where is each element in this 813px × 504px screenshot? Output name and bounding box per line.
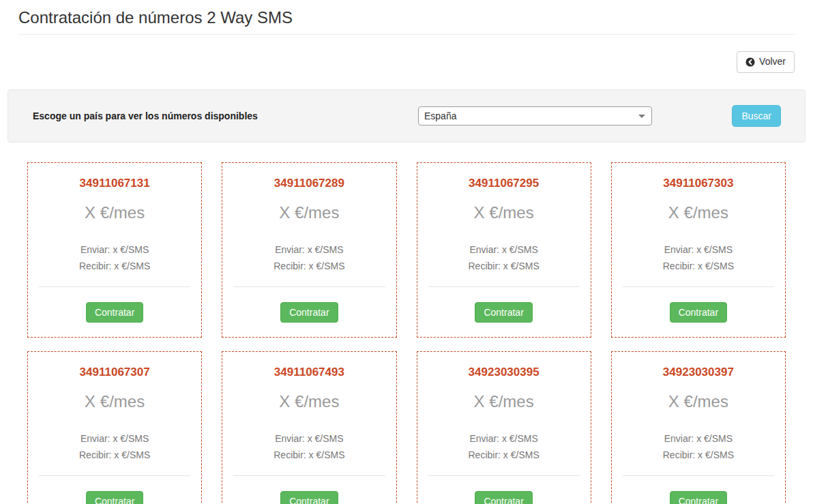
phone-number: 34911067131 <box>39 177 190 190</box>
monthly-price: X €/mes <box>233 392 385 411</box>
rates: Enviar: x €/SMS Recibir: x €/SMS <box>39 241 190 274</box>
monthly-price: X €/mes <box>428 203 580 222</box>
rates: Enviar: x €/SMS Recibir: x €/SMS <box>623 241 774 274</box>
monthly-price: X €/mes <box>39 392 190 411</box>
send-rate: Enviar: x €/SMS <box>428 241 580 258</box>
receive-rate: Recibir: x €/SMS <box>623 447 774 463</box>
rates: Enviar: x €/SMS Recibir: x €/SMS <box>39 430 190 463</box>
rates: Enviar: x €/SMS Recibir: x €/SMS <box>428 430 580 463</box>
page: Contratación de números 2 Way SMS Volver… <box>0 0 813 504</box>
receive-rate: Recibir: x €/SMS <box>39 447 190 463</box>
phone-number: 34911067303 <box>623 177 774 190</box>
rates: Enviar: x €/SMS Recibir: x €/SMS <box>428 241 580 274</box>
contract-button[interactable]: Contratar <box>670 302 727 323</box>
contract-button[interactable]: Contratar <box>86 491 143 504</box>
phone-number: 34911067493 <box>233 366 385 379</box>
number-card: 34911067493 X €/mes Enviar: x €/SMS Reci… <box>222 351 396 504</box>
number-card: 34911067303 X €/mes Enviar: x €/SMS Reci… <box>611 162 786 338</box>
divider <box>39 475 190 476</box>
divider <box>233 475 385 476</box>
divider <box>623 475 774 476</box>
rates: Enviar: x €/SMS Recibir: x €/SMS <box>233 430 385 463</box>
monthly-price: X €/mes <box>233 203 385 222</box>
divider <box>233 286 385 287</box>
contract-button[interactable]: Contratar <box>280 491 338 504</box>
contract-button[interactable]: Contratar <box>280 302 338 323</box>
contract-button[interactable]: Contratar <box>475 491 532 504</box>
send-rate: Enviar: x €/SMS <box>428 430 580 447</box>
phone-number: 34923030395 <box>428 366 580 379</box>
phone-number: 34911067289 <box>233 177 385 190</box>
circle-arrow-left-icon <box>745 57 755 67</box>
number-card: 34911067295 X €/mes Enviar: x €/SMS Reci… <box>417 162 591 338</box>
monthly-price: X €/mes <box>428 392 580 411</box>
monthly-price: X €/mes <box>39 203 190 222</box>
send-rate: Enviar: x €/SMS <box>39 430 190 447</box>
number-card: 34923030397 X €/mes Enviar: x €/SMS Reci… <box>611 351 786 504</box>
country-search-panel: Escoge un país para ver los números disp… <box>8 89 805 143</box>
country-select-label: Escoge un país para ver los números disp… <box>33 110 418 121</box>
receive-rate: Recibir: x €/SMS <box>428 258 580 274</box>
send-rate: Enviar: x €/SMS <box>39 241 190 258</box>
send-rate: Enviar: x €/SMS <box>233 430 385 447</box>
receive-rate: Recibir: x €/SMS <box>233 258 385 274</box>
numbers-grid: 34911067131 X €/mes Enviar: x €/SMS Reci… <box>8 162 805 504</box>
send-rate: Enviar: x €/SMS <box>623 241 774 258</box>
contract-button[interactable]: Contratar <box>670 491 727 504</box>
send-rate: Enviar: x €/SMS <box>623 430 774 447</box>
phone-number: 34911067307 <box>39 366 190 379</box>
monthly-price: X €/mes <box>623 392 774 411</box>
toolbar: Volver <box>18 51 795 73</box>
contract-button[interactable]: Contratar <box>475 302 532 323</box>
phone-number: 34923030397 <box>623 366 774 379</box>
number-card: 34911067307 X €/mes Enviar: x €/SMS Reci… <box>27 351 202 504</box>
number-card: 34923030395 X €/mes Enviar: x €/SMS Reci… <box>417 351 591 504</box>
receive-rate: Recibir: x €/SMS <box>623 258 774 274</box>
phone-number: 34911067295 <box>428 177 580 190</box>
country-select[interactable]: España <box>418 106 652 125</box>
back-button[interactable]: Volver <box>737 51 795 73</box>
number-card: 34911067289 X €/mes Enviar: x €/SMS Reci… <box>222 162 396 338</box>
divider <box>623 286 774 287</box>
receive-rate: Recibir: x €/SMS <box>233 447 385 463</box>
number-card: 34911067131 X €/mes Enviar: x €/SMS Reci… <box>27 162 202 338</box>
page-title: Contratación de números 2 Way SMS <box>18 7 795 35</box>
divider <box>428 286 580 287</box>
back-button-label: Volver <box>759 55 786 69</box>
contract-button[interactable]: Contratar <box>86 302 143 323</box>
search-button[interactable]: Buscar <box>732 105 781 127</box>
divider <box>428 475 580 476</box>
receive-rate: Recibir: x €/SMS <box>428 447 580 463</box>
rates: Enviar: x €/SMS Recibir: x €/SMS <box>233 241 385 274</box>
rates: Enviar: x €/SMS Recibir: x €/SMS <box>623 430 774 463</box>
receive-rate: Recibir: x €/SMS <box>39 258 190 274</box>
monthly-price: X €/mes <box>623 203 774 222</box>
country-select-wrapper: España <box>418 106 652 125</box>
send-rate: Enviar: x €/SMS <box>233 241 385 258</box>
divider <box>39 286 190 287</box>
